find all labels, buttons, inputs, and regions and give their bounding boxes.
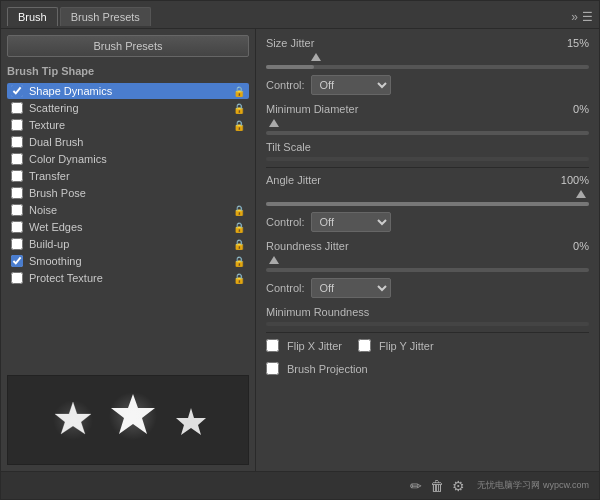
lock-icon-scattering: 🔒: [233, 103, 245, 114]
label-transfer: Transfer: [29, 170, 245, 182]
flip-y-row: Flip Y Jitter: [358, 339, 434, 352]
lock-icon-noise: 🔒: [233, 205, 245, 216]
checkbox-shape-dynamics[interactable]: [11, 85, 23, 97]
angle-jitter-value: 100%: [549, 174, 589, 186]
checkbox-brush-pose[interactable]: [11, 187, 23, 199]
brush-preview: [7, 375, 249, 465]
control3-row: Control: Off Fade Pen Pressure: [266, 278, 589, 298]
label-brush-projection: Brush Projection: [287, 363, 368, 375]
brush-preview-svg: [23, 378, 233, 463]
checkbox-texture[interactable]: [11, 119, 23, 131]
brush-item-brush-pose[interactable]: Brush Pose: [7, 185, 249, 201]
angle-jitter-label: Angle Jitter: [266, 174, 396, 186]
menu-icon[interactable]: ☰: [582, 10, 593, 24]
brush-item-wet-edges[interactable]: Wet Edges 🔒: [7, 219, 249, 235]
checkbox-scattering[interactable]: [11, 102, 23, 114]
checkbox-flip-x[interactable]: [266, 339, 279, 352]
brush-item-transfer[interactable]: Transfer: [7, 168, 249, 184]
size-jitter-row: Size Jitter 15%: [266, 37, 589, 49]
min-diameter-row: Minimum Diameter 0%: [266, 103, 589, 115]
checkbox-noise[interactable]: [11, 204, 23, 216]
svg-marker-5: [176, 408, 206, 435]
control1-select[interactable]: Off Fade Pen Pressure: [311, 75, 391, 95]
watermark-text: 无忧电脑学习网 wypcw.com: [477, 479, 589, 492]
brush-item-smoothing[interactable]: Smoothing 🔒: [7, 253, 249, 269]
settings-icon[interactable]: ⚙: [452, 478, 465, 494]
angle-jitter-slider[interactable]: [266, 190, 589, 206]
control3-label: Control:: [266, 282, 305, 294]
control2-label: Control:: [266, 216, 305, 228]
roundness-jitter-label: Roundness Jitter: [266, 240, 396, 252]
tilt-scale-label: Tilt Scale: [266, 141, 396, 153]
delete-icon[interactable]: 🗑: [430, 478, 444, 494]
size-jitter-value: 15%: [549, 37, 589, 49]
control2-select[interactable]: Off Fade Pen Pressure: [311, 212, 391, 232]
control1-row: Control: Off Fade Pen Pressure: [266, 75, 589, 95]
brush-item-build-up[interactable]: Build-up 🔒: [7, 236, 249, 252]
checkbox-build-up[interactable]: [11, 238, 23, 250]
label-build-up: Build-up: [29, 238, 233, 250]
label-flip-x: Flip X Jitter: [287, 340, 342, 352]
svg-point-4: [109, 392, 157, 440]
label-smoothing: Smoothing: [29, 255, 233, 267]
lock-icon-wet-edges: 🔒: [233, 222, 245, 233]
tab-bar: Brush Brush Presets » ☰: [1, 1, 599, 29]
label-wet-edges: Wet Edges: [29, 221, 233, 233]
checkbox-protect-texture[interactable]: [11, 272, 23, 284]
label-flip-y: Flip Y Jitter: [379, 340, 434, 352]
brush-projection-row: Brush Projection: [266, 362, 589, 375]
tab-icons: » ☰: [571, 10, 593, 24]
size-jitter-slider[interactable]: [266, 53, 589, 69]
label-color-dynamics: Color Dynamics: [29, 153, 245, 165]
size-jitter-label: Size Jitter: [266, 37, 396, 49]
divider1: [266, 167, 589, 168]
roundness-jitter-value: 0%: [549, 240, 589, 252]
label-texture: Texture: [29, 119, 233, 131]
main-content: Brush Presets Brush Tip Shape Shape Dyna…: [1, 29, 599, 471]
expand-icon[interactable]: »: [571, 10, 578, 24]
checkbox-brush-projection[interactable]: [266, 362, 279, 375]
label-protect-texture: Protect Texture: [29, 272, 233, 284]
min-roundness-slider[interactable]: [266, 322, 589, 326]
tab-brush[interactable]: Brush: [7, 7, 58, 26]
divider2: [266, 332, 589, 333]
brush-tip-shape-label: Brush Tip Shape: [7, 65, 249, 77]
tilt-scale-slider[interactable]: [266, 157, 589, 161]
create-icon[interactable]: ✏: [410, 478, 422, 494]
checkbox-flip-y[interactable]: [358, 339, 371, 352]
lock-icon-protect-texture: 🔒: [233, 273, 245, 284]
brush-presets-button[interactable]: Brush Presets: [7, 35, 249, 57]
lock-icon-smoothing: 🔒: [233, 256, 245, 267]
tab-brush-presets[interactable]: Brush Presets: [60, 7, 151, 26]
brush-item-noise[interactable]: Noise 🔒: [7, 202, 249, 218]
control2-row: Control: Off Fade Pen Pressure: [266, 212, 589, 232]
min-diameter-value: 0%: [549, 103, 589, 115]
brush-item-scattering[interactable]: Scattering 🔒: [7, 100, 249, 116]
flip-row: Flip X Jitter Flip Y Jitter: [266, 339, 589, 356]
brush-item-protect-texture[interactable]: Protect Texture 🔒: [7, 270, 249, 286]
left-panel: Brush Presets Brush Tip Shape Shape Dyna…: [1, 29, 256, 471]
tilt-scale-row: Tilt Scale: [266, 141, 589, 153]
angle-jitter-row: Angle Jitter 100%: [266, 174, 589, 186]
label-brush-pose: Brush Pose: [29, 187, 245, 199]
min-diameter-label: Minimum Diameter: [266, 103, 396, 115]
min-diameter-slider[interactable]: [266, 119, 589, 135]
checkbox-dual-brush[interactable]: [11, 136, 23, 148]
checkbox-smoothing[interactable]: [11, 255, 23, 267]
brush-item-dual-brush[interactable]: Dual Brush: [7, 134, 249, 150]
brush-item-texture[interactable]: Texture 🔒: [7, 117, 249, 133]
brush-item-shape-dynamics[interactable]: Shape Dynamics 🔒: [7, 83, 249, 99]
label-dual-brush: Dual Brush: [29, 136, 245, 148]
min-roundness-row: Minimum Roundness: [266, 306, 589, 318]
lock-icon-shape-dynamics: 🔒: [233, 86, 245, 97]
brush-item-color-dynamics[interactable]: Color Dynamics: [7, 151, 249, 167]
roundness-jitter-slider[interactable]: [266, 256, 589, 272]
lock-icon-build-up: 🔒: [233, 239, 245, 250]
checkbox-color-dynamics[interactable]: [11, 153, 23, 165]
checkbox-wet-edges[interactable]: [11, 221, 23, 233]
checkbox-transfer[interactable]: [11, 170, 23, 182]
control3-select[interactable]: Off Fade Pen Pressure: [311, 278, 391, 298]
label-shape-dynamics: Shape Dynamics: [29, 85, 233, 97]
brush-panel: Brush Brush Presets » ☰ Brush Presets Br…: [0, 0, 600, 500]
lock-icon-texture: 🔒: [233, 120, 245, 131]
